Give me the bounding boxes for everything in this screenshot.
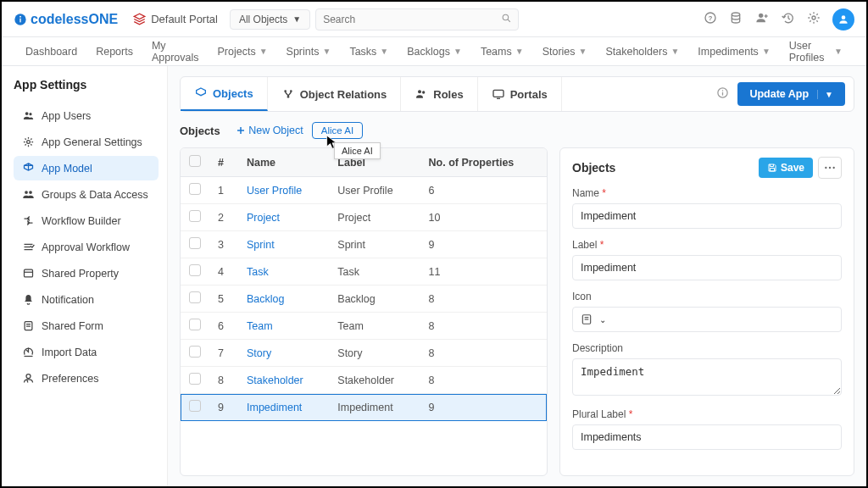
plural-field[interactable] xyxy=(572,424,842,450)
sidebar-item-groups---data-access[interactable]: Groups & Data Access xyxy=(14,182,159,207)
nav-tasks[interactable]: Tasks▼ xyxy=(349,46,388,58)
row-name-link[interactable]: Story xyxy=(247,347,271,359)
row-checkbox[interactable] xyxy=(189,183,201,195)
row-name-link[interactable]: Impediment xyxy=(247,402,302,413)
sidebar-item-app-model[interactable]: App Model xyxy=(14,156,159,180)
sidebar-item-label: Import Data xyxy=(42,347,97,358)
row-checkbox[interactable] xyxy=(189,319,201,330)
row-name-link[interactable]: Team xyxy=(247,320,273,332)
caret-down-icon: ▼ xyxy=(515,47,524,56)
tab-roles[interactable]: Roles xyxy=(401,77,477,111)
nav-user-profiles[interactable]: User Profiles▼ xyxy=(789,40,843,64)
nav-my-approvals[interactable]: My Approvals xyxy=(152,40,199,64)
nav-stakeholders[interactable]: Stakeholders▼ xyxy=(605,46,679,58)
nav-dashboard[interactable]: Dashboard xyxy=(25,46,77,58)
sidebar-item-import-data[interactable]: Import Data xyxy=(14,340,159,364)
row-checkbox[interactable] xyxy=(189,264,201,276)
save-label: Save xyxy=(781,162,804,174)
table-row[interactable]: 8StakeholderStakeholder8 xyxy=(181,367,547,394)
table-row[interactable]: 5BacklogBacklog8 xyxy=(181,286,547,313)
brand-logo[interactable]: codelessONE xyxy=(14,12,118,27)
row-name-link[interactable]: Task xyxy=(247,266,269,278)
row-props: 11 xyxy=(420,258,547,286)
nav-reports[interactable]: Reports xyxy=(96,46,133,58)
user-avatar[interactable] xyxy=(832,8,854,30)
row-checkbox[interactable] xyxy=(189,400,201,412)
tab-label: Objects xyxy=(213,87,253,100)
row-name-link[interactable]: Sprint xyxy=(247,239,275,251)
row-label: Stakeholder xyxy=(329,367,420,394)
svg-point-46 xyxy=(829,167,831,169)
object-selector[interactable]: All Objects ▼ xyxy=(230,9,310,30)
desc-field[interactable]: Impediment xyxy=(572,358,842,396)
icon-field-label: Icon xyxy=(572,291,842,302)
user-add-icon[interactable] xyxy=(754,11,770,27)
svg-rect-42 xyxy=(722,92,723,96)
portal-indicator[interactable]: Default Portal xyxy=(133,13,218,25)
table-row[interactable]: 6TeamTeam8 xyxy=(181,313,547,340)
svg-rect-25 xyxy=(25,269,33,277)
tab-portals[interactable]: Portals xyxy=(478,77,562,111)
nav-impediments[interactable]: Impediments▼ xyxy=(698,46,770,58)
sidebar-item-preferences[interactable]: Preferences xyxy=(14,366,159,391)
history-icon[interactable] xyxy=(782,11,795,27)
sidebar-item-shared-form[interactable]: Shared Form xyxy=(14,313,159,338)
row-name-link[interactable]: Project xyxy=(247,212,280,224)
row-name-link[interactable]: User Profile xyxy=(247,185,302,197)
sidebar-item-app-general-settings[interactable]: App General Settings xyxy=(14,130,159,154)
row-checkbox[interactable] xyxy=(189,210,201,222)
info-icon[interactable] xyxy=(716,86,729,102)
select-all-checkbox[interactable] xyxy=(189,155,201,167)
table-row[interactable]: 2ProjectProject10 xyxy=(181,204,547,231)
update-app-button[interactable]: Update App ▼ xyxy=(737,82,845,106)
row-props: 8 xyxy=(420,286,547,313)
sidebar-title: App Settings xyxy=(14,78,159,92)
row-checkbox[interactable] xyxy=(189,346,201,358)
row-checkbox[interactable] xyxy=(189,237,201,249)
nav-sprints[interactable]: Sprints▼ xyxy=(287,46,331,58)
selector-label: All Objects xyxy=(239,14,287,25)
row-label: Team xyxy=(329,313,420,340)
tab-object-relations[interactable]: Object Relations xyxy=(268,77,402,111)
sidebar-item-label: Preferences xyxy=(42,373,98,385)
table-row[interactable]: 4TaskTask11 xyxy=(181,258,547,286)
row-name-link[interactable]: Backlog xyxy=(247,293,284,305)
sidebar-item-label: Approval Workflow xyxy=(42,241,130,253)
tab-objects[interactable]: Objects xyxy=(181,77,268,111)
sidebar-item-shared-property[interactable]: Shared Property xyxy=(14,261,159,286)
save-button[interactable]: Save xyxy=(759,158,813,178)
svg-point-31 xyxy=(26,374,31,379)
new-object-button[interactable]: New Object xyxy=(236,125,303,136)
row-label: Backlog xyxy=(329,286,420,313)
row-checkbox[interactable] xyxy=(189,373,201,385)
objects-table: # Name Label No. of Properties 1User Pro… xyxy=(180,147,548,476)
table-row[interactable]: 9ImpedimentImpediment9 xyxy=(181,394,547,421)
save-icon xyxy=(767,163,777,173)
caret-down-icon: ▼ xyxy=(762,47,771,56)
table-row[interactable]: 1User ProfileUser Profile6 xyxy=(181,177,547,204)
icon-field[interactable]: ⌄ xyxy=(572,307,842,332)
nav-teams[interactable]: Teams▼ xyxy=(481,46,524,58)
row-checkbox[interactable] xyxy=(189,291,201,303)
label-field[interactable] xyxy=(572,255,842,280)
sidebar-item-notification[interactable]: Notification xyxy=(14,287,159,312)
row-props: 6 xyxy=(420,177,547,204)
global-search-input[interactable] xyxy=(315,8,519,30)
row-props: 9 xyxy=(420,231,547,258)
name-field[interactable] xyxy=(572,203,842,229)
svg-point-14 xyxy=(842,15,846,19)
table-row[interactable]: 7StoryStory8 xyxy=(181,340,547,367)
nav-projects[interactable]: Projects▼ xyxy=(218,46,268,58)
gear-icon[interactable] xyxy=(807,11,821,27)
table-row[interactable]: 3SprintSprint9 xyxy=(181,231,547,258)
sidebar-item-approval-workflow[interactable]: Approval Workflow xyxy=(14,235,159,259)
row-name-link[interactable]: Stakeholder xyxy=(247,374,303,386)
help-icon[interactable]: ? xyxy=(704,11,717,27)
sidebar-item-app-users[interactable]: App Users xyxy=(14,103,159,128)
more-actions-button[interactable] xyxy=(818,157,842,179)
nav-stories[interactable]: Stories▼ xyxy=(542,46,587,58)
nav-backlogs[interactable]: Backlogs▼ xyxy=(407,46,462,58)
caret-down-icon: ▼ xyxy=(453,47,462,56)
sidebar-item-workflow-builder[interactable]: Workflow Builder xyxy=(14,208,159,233)
database-icon[interactable] xyxy=(729,11,743,27)
